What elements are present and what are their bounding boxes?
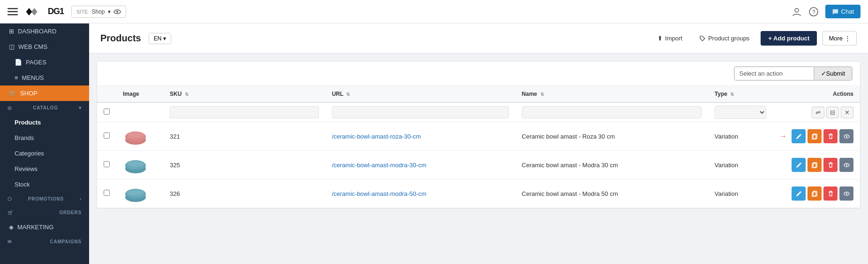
filter-clear-button[interactable]: ✕ bbox=[841, 107, 853, 118]
svg-text:?: ? bbox=[812, 9, 815, 16]
filter-share-button[interactable]: ⇌ bbox=[812, 107, 824, 118]
view-button-3[interactable] bbox=[839, 186, 853, 201]
select-all-checkbox[interactable] bbox=[104, 109, 110, 115]
site-selector[interactable]: SITE Shop ▾ bbox=[71, 6, 126, 18]
copy-button-2[interactable] bbox=[808, 158, 822, 172]
user-icon[interactable] bbox=[792, 7, 802, 17]
col-header-image: Image bbox=[116, 86, 163, 102]
sku-filter-input[interactable] bbox=[170, 106, 319, 118]
col-header-type[interactable]: Type ⇅ bbox=[708, 86, 773, 102]
url-link-3[interactable]: /ceramic-bowl-amast-modra-50-cm bbox=[332, 190, 427, 197]
upload-icon: ⬆ bbox=[657, 35, 663, 42]
sidebar-label-products: Products bbox=[15, 119, 41, 126]
hamburger-menu[interactable] bbox=[8, 8, 18, 16]
import-button[interactable]: ⬆ Import bbox=[652, 31, 688, 45]
select-action-dropdown[interactable]: Select an action bbox=[734, 67, 814, 80]
row-1-checkbox[interactable] bbox=[104, 132, 110, 139]
url-filter-input[interactable] bbox=[332, 106, 509, 118]
sidebar-item-brands[interactable]: Brands bbox=[0, 130, 89, 146]
chat-button[interactable]: Chat bbox=[825, 5, 860, 18]
type-sort-icon: ⇅ bbox=[730, 92, 734, 97]
sidebar-category-orders[interactable]: 🛒 ORDERS bbox=[0, 206, 89, 219]
col-header-name[interactable]: Name ⇅ bbox=[515, 86, 708, 102]
sidebar-item-categories[interactable]: Categories bbox=[0, 146, 89, 161]
edit-button-1[interactable] bbox=[792, 129, 806, 143]
chat-label: Chat bbox=[841, 8, 854, 15]
chevron-down-icon: ▾ bbox=[79, 105, 82, 110]
eye-icon bbox=[113, 8, 121, 16]
product-image-2 bbox=[123, 155, 148, 174]
chat-icon bbox=[832, 8, 838, 15]
row-name-3: Ceramic bowl amast - Modra 50 cm bbox=[515, 179, 708, 208]
sidebar-item-reviews[interactable]: Reviews bbox=[0, 161, 89, 177]
view-button-1[interactable] bbox=[839, 129, 853, 143]
filter-row: ⇌ ⊟ ✕ bbox=[97, 102, 860, 122]
row-2-checkbox[interactable] bbox=[104, 161, 110, 167]
sidebar-category-catalog[interactable]: ◎ CATALOG ▾ bbox=[0, 101, 89, 115]
copy-button-3[interactable] bbox=[808, 186, 822, 201]
view-icon bbox=[844, 191, 850, 197]
chevron-right-icon: › bbox=[80, 196, 82, 202]
more-button[interactable]: More ⋮ bbox=[823, 31, 857, 46]
filter-checkbox-cell bbox=[97, 102, 116, 122]
sidebar-item-webcms[interactable]: ◫ WEB CMS bbox=[0, 39, 89, 54]
svg-rect-0 bbox=[8, 8, 18, 9]
edit-button-2[interactable] bbox=[792, 158, 806, 172]
sidebar-label-pages: PAGES bbox=[26, 59, 46, 66]
table-row: 326 /ceramic-bowl-amast-modra-50-cm Cera… bbox=[97, 179, 860, 208]
row-type-2: Variation bbox=[708, 151, 773, 179]
delete-button-2[interactable] bbox=[823, 158, 838, 172]
menus-icon: ≡ bbox=[15, 74, 18, 81]
edit-button-3[interactable] bbox=[792, 186, 806, 201]
sidebar-item-stock[interactable]: Stock bbox=[0, 177, 89, 192]
product-groups-button[interactable]: Product groups bbox=[694, 31, 755, 45]
sidebar-item-dashboard[interactable]: ⊞ DASHBOARD bbox=[0, 23, 89, 39]
catalog-icon: ◎ bbox=[8, 105, 12, 110]
sidebar-label-reviews: Reviews bbox=[15, 165, 38, 172]
add-product-button[interactable]: + Add product bbox=[761, 31, 817, 46]
copy-icon bbox=[812, 162, 818, 168]
svg-point-23 bbox=[846, 164, 847, 166]
row-sku-3: 326 bbox=[163, 179, 325, 208]
delete-button-1[interactable] bbox=[823, 129, 838, 143]
filter-type-cell bbox=[708, 102, 773, 122]
delete-icon bbox=[828, 191, 834, 197]
col-header-url[interactable]: URL ⇅ bbox=[325, 86, 515, 102]
url-link-1[interactable]: /ceramic-bowl-amast-roza-30-cm bbox=[332, 133, 421, 140]
sidebar-item-products[interactable]: Products bbox=[0, 115, 89, 130]
submit-button[interactable]: ✓Submit bbox=[814, 67, 852, 80]
row-image-1 bbox=[116, 122, 163, 151]
svg-point-4 bbox=[116, 11, 118, 13]
copy-button-1[interactable] bbox=[808, 129, 822, 143]
help-icon[interactable]: ? bbox=[808, 7, 819, 17]
row-checkbox-2 bbox=[97, 151, 116, 179]
view-icon bbox=[844, 162, 850, 168]
edit-icon bbox=[796, 191, 802, 197]
delete-button-3[interactable] bbox=[823, 186, 838, 201]
table-row: 325 /ceramic-bowl-amast-modra-30-cm Cera… bbox=[97, 151, 860, 179]
sidebar-label-promotions: PROMOTIONS bbox=[28, 196, 64, 202]
hamburger-icon bbox=[8, 8, 18, 16]
filter-columns-button[interactable]: ⊟ bbox=[826, 107, 839, 118]
sidebar-item-menus[interactable]: ≡ MENUS bbox=[0, 70, 89, 85]
col-header-sku[interactable]: SKU ⇅ bbox=[163, 86, 325, 102]
row-3-checkbox[interactable] bbox=[104, 190, 110, 196]
name-filter-input[interactable] bbox=[522, 106, 702, 118]
more-label: More bbox=[829, 35, 843, 42]
url-link-2[interactable]: /ceramic-bowl-amast-modra-30-cm bbox=[332, 162, 427, 169]
svg-point-27 bbox=[127, 190, 144, 195]
webcms-icon: ◫ bbox=[9, 43, 15, 50]
filter-name-cell bbox=[515, 102, 708, 122]
sidebar-item-shop[interactable]: 🛒 SHOP bbox=[0, 85, 89, 101]
view-button-2[interactable] bbox=[839, 158, 853, 172]
svg-point-5 bbox=[795, 8, 799, 12]
type-filter-select[interactable] bbox=[715, 106, 766, 119]
sidebar-category-promotions[interactable]: ⬡ PROMOTIONS › bbox=[0, 192, 89, 206]
row-image-2 bbox=[116, 151, 163, 179]
svg-point-11 bbox=[127, 132, 144, 138]
sidebar-item-pages[interactable]: 📄 PAGES bbox=[0, 54, 89, 70]
sidebar-item-marketing[interactable]: ◈ MARKETING bbox=[0, 219, 89, 235]
sidebar-category-campaigns[interactable]: ✉ CAMPAIGNS bbox=[0, 235, 89, 248]
lang-button[interactable]: EN ▾ bbox=[149, 33, 172, 44]
promotions-icon: ⬡ bbox=[8, 196, 12, 202]
